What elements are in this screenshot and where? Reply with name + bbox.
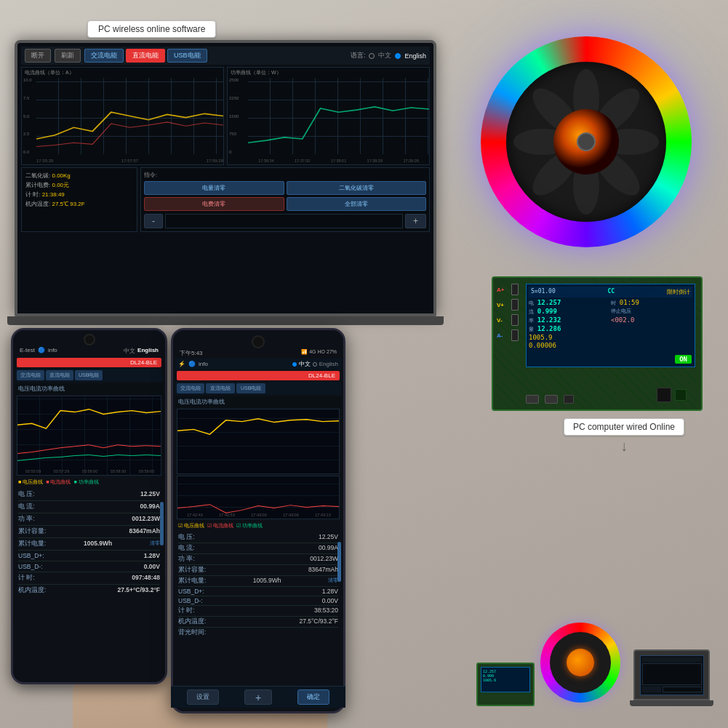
clear-fee-btn[interactable]: 电费清零 — [144, 197, 284, 211]
device-usb[interactable]: USB电能 — [167, 49, 207, 63]
phone1-tab-dc[interactable]: 直流电能 — [46, 370, 73, 380]
phone2-legend-current[interactable]: ☑ 电流曲线 — [207, 522, 233, 529]
small-laptop-display — [640, 655, 704, 695]
clear-charge-btn[interactable]: 电量清零 — [144, 181, 284, 195]
chip-1 — [657, 388, 671, 402]
refresh-btn[interactable]: 刷新 — [55, 49, 81, 63]
connectors-left: A+ V+ V- A- — [497, 284, 519, 341]
disconnect-btn[interactable]: 断开 — [25, 49, 51, 63]
minus-btn[interactable]: - — [144, 214, 163, 228]
device-dc[interactable]: 直流电能 — [126, 49, 165, 63]
charts-row: 电流曲线（单位：A） 10.0 7.5 5.0 2.5 0.0 — [21, 67, 430, 165]
phone1-lang-en[interactable]: English — [137, 347, 159, 355]
small-laptop-ui — [641, 656, 703, 695]
phone1-chart: 03:55:5903:57:2903:58:0003:58:3003:59:00 — [17, 396, 161, 476]
phone1-camera — [84, 334, 95, 345]
plus-minus-controls: - + — [144, 214, 426, 228]
time-info: 计 时: 21:38:49 — [25, 191, 133, 199]
plus-btn[interactable]: + — [405, 214, 426, 228]
phone2-data-power: 功 率:0012.23W — [178, 554, 338, 565]
usb-port-2 — [545, 395, 558, 404]
phone1-scrollbar[interactable] — [160, 502, 164, 545]
phone2-confirm-btn[interactable]: 确定 — [297, 689, 329, 705]
phone2-data-list: 电 压:12.25V 电 流:00.99A 功 率:0012.23W 累计容量:… — [175, 531, 341, 639]
info-controls-row: 二氧化碳: 0.00Kg 累计电费: 0.00元 计 时: 21:38:49 机… — [21, 167, 430, 232]
phone2-tab-dc[interactable]: 直流电能 — [206, 383, 235, 393]
software-ui: 断开 刷新 交流电能 直流电能 USB电能 语言: 中文 English — [17, 43, 433, 313]
small-circuit-board: 12.2570.9991005.9 — [476, 663, 535, 706]
phone1-app-name: E-test — [20, 347, 35, 355]
phone2-en-radio[interactable] — [313, 362, 317, 367]
action-buttons: 电量清零 二氧化碳清零 电费清零 全部清零 — [144, 181, 426, 211]
phone2-frame: 下午5:43 📶 4G HO 27% ⚡ 🔵 info 中文 — [171, 328, 345, 713]
chip-2 — [675, 389, 687, 401]
phone2-data-voltage: 电 压:12.25V — [178, 532, 338, 543]
phone1-clear-btn[interactable]: 清零 — [150, 540, 160, 548]
phone2-chart-title: 电压电流功率曲线 — [175, 396, 341, 407]
fan-hub — [577, 133, 595, 151]
on-badge: ON — [675, 355, 692, 364]
pc-wireless-label: PC wireless online software — [87, 20, 216, 38]
temp-info: 机内温度: 27.5℃ 93.2F — [25, 200, 133, 208]
fee-info: 累计电费: 0.00元 — [25, 181, 133, 189]
display-time-limit-label: 限时倒计 — [667, 288, 690, 296]
display-v-plus-row: 电 12.257 — [529, 299, 610, 307]
pc-wired-label: PC computer wired Online — [564, 418, 684, 436]
phone2-data-current: 电 流:00.99A — [178, 543, 338, 554]
phone2-plus-btn[interactable]: + — [244, 689, 272, 705]
small-laptop-screen — [633, 649, 710, 700]
small-laptop-area — [630, 649, 713, 706]
display-capacity-row: 1005.9 — [529, 334, 610, 341]
clear-all-btn[interactable]: 全部清零 — [287, 197, 427, 211]
chart2-grid — [248, 78, 429, 154]
phone1-data-energy: 累计电量:1005.9Wh清零 — [18, 538, 160, 551]
display-v3-row: 率 12.232 — [529, 316, 610, 324]
phone1-tab-usb[interactable]: USB电能 — [75, 370, 103, 380]
display-mode: CC — [608, 288, 615, 296]
phone1-data-temp: 机内温度:27.5+°C/93.2°F — [18, 585, 160, 596]
device-ac[interactable]: 交流电能 — [84, 49, 124, 63]
phone2-chart-svg-top — [177, 409, 339, 473]
legend-power: ■ 功率曲线 — [73, 479, 98, 486]
chart2-label: 功率曲线（单位：W） — [231, 69, 281, 76]
connector-v-minus: V- — [497, 314, 519, 326]
phone1-lang-selector: 中文 English — [124, 347, 159, 355]
phone2-zh-radio[interactable] — [292, 362, 297, 367]
connector-v-plus: V+ — [497, 299, 519, 311]
phone2-tab-ac[interactable]: 交流电能 — [177, 383, 204, 393]
phone1-lang-zh[interactable]: 中文 — [124, 347, 135, 355]
phone2-legend-voltage[interactable]: ☑ 电压曲线 — [178, 522, 204, 529]
phone2-legend-power[interactable]: ☑ 功率曲线 — [236, 522, 263, 529]
chart1-yaxis: 10.0 7.5 5.0 2.5 0.0 — [23, 78, 32, 154]
lang-label: 语言: — [351, 51, 366, 60]
phone2-time: 下午5:43 — [180, 349, 203, 357]
phone2-info-label: info — [199, 361, 208, 367]
phone2-tab-usb[interactable]: USB电能 — [236, 383, 265, 393]
lang-en-radio[interactable] — [395, 53, 401, 59]
phone1-data-voltage: 电 压:12.25V — [18, 489, 160, 501]
small-fan-ring — [540, 623, 620, 703]
small-setup-area: 12.2570.9991005.9 — [476, 623, 713, 706]
lang-zh-radio[interactable] — [369, 53, 375, 59]
phone2-settings-btn[interactable]: 设置 — [187, 689, 219, 705]
phone2-screen: 下午5:43 📶 4G HO 27% ⚡ 🔵 info 中文 — [173, 330, 343, 711]
chart1-svg — [36, 78, 223, 154]
chart2-yaxis: 2500 2250 1500 750 0 — [229, 78, 239, 154]
phone1-screen: E-test 🔵 info 中文 English DL24-BLE 交流电能 直… — [13, 330, 165, 682]
controls-label: 指令: — [144, 171, 426, 179]
phone2-tabs[interactable]: 交流电能 直流电能 USB电能 — [175, 382, 341, 395]
phone1: E-test 🔵 info 中文 English DL24-BLE 交流电能 直… — [11, 328, 167, 684]
rgb-fan-large — [481, 36, 706, 262]
phone2-scrollbar[interactable] — [337, 542, 341, 582]
phone1-tabs[interactable]: 交流电能 直流电能 USB电能 — [15, 369, 163, 382]
phone2-clear-btn[interactable]: 清零 — [328, 577, 338, 585]
chart1-timestamps: 17:35:2917:57:5717:59:28 — [36, 159, 223, 163]
clear-co2-btn[interactable]: 二氧化碳清零 — [287, 181, 427, 195]
phone1-tab-ac[interactable]: 交流电能 — [17, 370, 44, 380]
power-chart: 功率曲线（单位：W） 2500 2250 1500 750 0 — [227, 67, 430, 165]
pc-wired-label-container: PC computer wired Online ↓ — [564, 418, 684, 455]
phone1-data-list: 电 压:12.25V 电 流:00.99A 功 率:0012.23W 累计容量:… — [15, 487, 163, 598]
phone2-data-temp: 机内温度:27.5°C/93.2°F — [178, 617, 338, 628]
circuit-display: S=01.00 CC 限时倒计 电 12.257 时 01:59 流 — [526, 284, 695, 367]
phone2-app-header: ⚡ 🔵 info 中文 English — [175, 359, 341, 369]
